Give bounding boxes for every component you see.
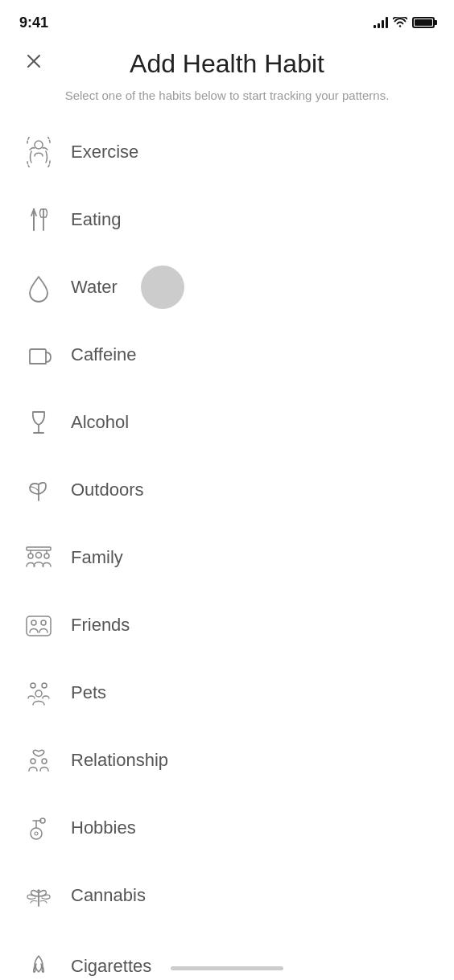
pets-label: Pets [71, 682, 106, 703]
relationship-icon [19, 741, 58, 780]
scroll-indicator [171, 966, 283, 970]
svg-point-20 [41, 620, 46, 625]
signal-icon [374, 17, 388, 28]
habit-item-water[interactable]: Water [0, 253, 454, 321]
svg-point-27 [35, 832, 38, 835]
pets-icon [19, 673, 58, 712]
svg-point-24 [31, 759, 35, 764]
relationship-label: Relationship [71, 750, 168, 771]
friends-icon [19, 606, 58, 644]
page-subtitle: Select one of the habits below to start … [32, 87, 422, 105]
habit-item-pets[interactable]: Pets [0, 659, 454, 727]
water-label: Water [71, 277, 118, 298]
alcohol-label: Alcohol [71, 412, 129, 433]
svg-rect-8 [30, 349, 46, 364]
outdoors-icon [19, 471, 58, 509]
habit-item-cigarettes[interactable]: Cigarettes [0, 929, 454, 980]
status-bar: 9:41 [0, 0, 454, 40]
habit-item-caffeine[interactable]: Caffeine [0, 321, 454, 389]
exercise-icon [19, 133, 58, 171]
hobbies-label: Hobbies [71, 817, 136, 838]
close-button[interactable] [19, 47, 48, 76]
wifi-icon [393, 17, 407, 28]
hobbies-icon [19, 809, 58, 847]
family-icon [19, 538, 58, 577]
family-label: Family [71, 547, 123, 568]
cigarettes-icon [19, 947, 58, 980]
habit-item-alcohol[interactable]: Alcohol [0, 389, 454, 456]
habit-item-family[interactable]: Family [0, 524, 454, 591]
battery-icon [412, 17, 435, 28]
svg-point-26 [31, 828, 42, 839]
page-title: Add Health Habit [32, 48, 422, 79]
svg-point-33 [38, 890, 39, 891]
svg-point-17 [44, 554, 49, 558]
svg-point-21 [31, 683, 35, 688]
svg-point-15 [28, 554, 33, 558]
water-icon [19, 268, 58, 307]
exercise-label: Exercise [71, 142, 138, 163]
habit-item-hobbies[interactable]: Hobbies [0, 794, 454, 862]
eating-label: Eating [71, 209, 121, 230]
friends-label: Friends [71, 615, 130, 636]
status-time: 9:41 [19, 14, 48, 31]
cannabis-label: Cannabis [71, 885, 146, 906]
page-header: Add Health Habit Select one of the habit… [0, 40, 454, 118]
svg-point-25 [42, 759, 47, 764]
caffeine-icon [19, 336, 58, 374]
outdoors-label: Outdoors [71, 480, 144, 500]
svg-point-23 [35, 690, 42, 697]
habit-item-eating[interactable]: Eating [0, 186, 454, 253]
cannabis-icon [19, 876, 58, 915]
svg-rect-12 [27, 547, 51, 550]
habit-item-cannabis[interactable]: Cannabis [0, 862, 454, 929]
alcohol-icon [19, 403, 58, 442]
press-indicator [141, 266, 184, 309]
svg-point-19 [31, 620, 36, 625]
eating-icon [19, 200, 58, 239]
habit-item-outdoors[interactable]: Outdoors [0, 456, 454, 524]
svg-point-22 [42, 683, 47, 688]
caffeine-label: Caffeine [71, 344, 137, 365]
habit-item-friends[interactable]: Friends [0, 591, 454, 659]
cigarettes-label: Cigarettes [71, 956, 151, 977]
status-icons [374, 17, 435, 28]
habit-list: Exercise Eating Water [0, 118, 454, 980]
svg-point-16 [36, 552, 42, 558]
habit-item-exercise[interactable]: Exercise [0, 118, 454, 186]
habit-item-relationship[interactable]: Relationship [0, 727, 454, 794]
svg-point-2 [35, 141, 43, 149]
